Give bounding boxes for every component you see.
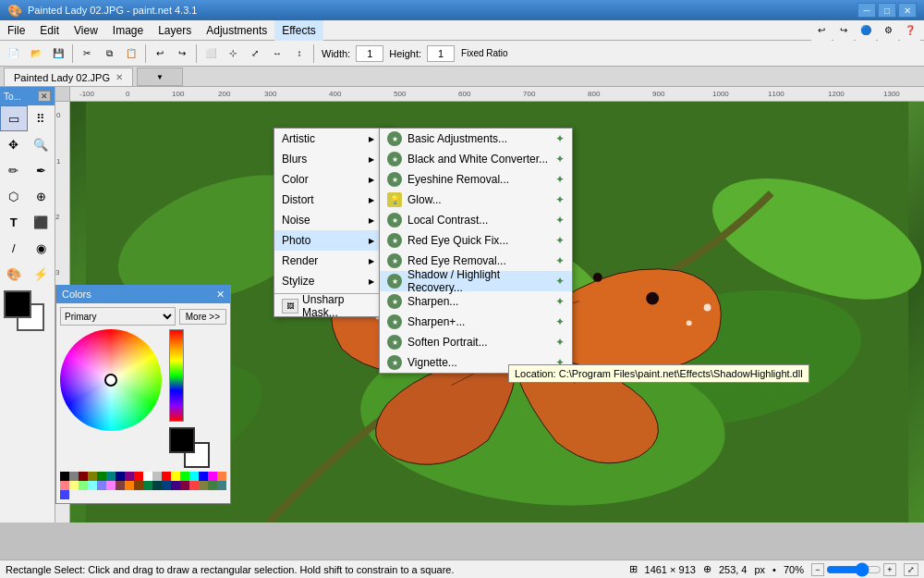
palette-color-swatch[interactable] [97,481,106,490]
maximize-button[interactable]: □ [878,3,896,18]
menu-effects[interactable]: Effects [274,20,322,41]
close-button[interactable]: ✕ [898,3,917,18]
palette-color-swatch[interactable] [143,472,152,481]
tool-line[interactable]: / [0,235,28,261]
palette-color-swatch[interactable] [180,481,189,490]
palette-color-swatch[interactable] [217,472,226,481]
fg-color-chip[interactable] [169,427,195,453]
palette-color-swatch[interactable] [106,472,116,481]
palette-color-swatch[interactable] [116,472,125,481]
tool-move[interactable]: ✥ [0,131,28,157]
palette-color-swatch[interactable] [134,481,143,490]
zoom-out-button[interactable]: − [811,563,824,576]
colors-close-button[interactable]: ✕ [216,289,225,301]
tool-brush[interactable]: ✒ [28,157,55,183]
redo-button[interactable]: ↪ [172,43,192,64]
submenu-bw-converter[interactable]: ★ Black and White Converter... ✦ [380,149,572,169]
tool-shapes[interactable]: ⬛ [28,209,55,235]
submenu-sharpen-plus[interactable]: ★ Sharpen+... ✦ [380,312,572,332]
menu-blurs[interactable]: Blurs ▶ [274,149,393,169]
colors-panel-header[interactable]: Colors ✕ [56,285,230,303]
palette-color-swatch[interactable] [217,481,226,490]
hue-slider[interactable] [169,329,184,422]
palette-color-swatch[interactable] [125,481,134,490]
menu-stylize[interactable]: Stylize ▶ [274,271,393,291]
palette-color-swatch[interactable] [199,472,208,481]
menu-unsharp-mask[interactable]: 🖼 Unsharp Mask... [274,296,393,316]
palette-color-swatch[interactable] [162,481,171,490]
tool-zoom[interactable]: 🔍 [28,131,55,157]
tab-painted-lady[interactable]: Painted Lady 02.JPG ✕ [4,68,133,86]
height-input[interactable] [427,45,455,62]
menu-color[interactable]: Color ▶ [274,169,393,190]
crop-button[interactable]: ⊹ [223,43,243,64]
menu-layers[interactable]: Layers [151,20,199,41]
flip-v-button[interactable]: ↕ [289,43,310,64]
palette-color-swatch[interactable] [189,472,199,481]
undo-button[interactable]: ↩ [150,43,170,64]
menu-artistic[interactable]: Artistic ▶ [274,129,393,149]
palette-color-swatch[interactable] [199,481,208,490]
toolbar-icon-1[interactable]: ↩ [811,20,832,41]
palette-color-swatch[interactable] [162,472,171,481]
palette-color-swatch[interactable] [180,472,189,481]
copy-button[interactable]: ⧉ [99,43,119,64]
submenu-soften-portrait[interactable]: ★ Soften Portrait... ✦ [380,332,572,352]
palette-color-swatch[interactable] [152,472,162,481]
palette-color-swatch[interactable] [116,481,125,490]
menu-file[interactable]: File [0,20,32,41]
tool-text[interactable]: T [0,209,28,235]
toolbar-icon-3[interactable]: 🔵 [856,20,876,41]
menu-distort[interactable]: Distort ▶ [274,190,393,210]
palette-color-swatch[interactable] [171,481,180,490]
color-type-dropdown[interactable]: Primary Secondary [60,307,176,326]
palette-color-swatch[interactable] [60,490,69,499]
palette-color-swatch[interactable] [171,472,180,481]
submenu-shadow-highlight[interactable]: ★ Shadow / Highlight Recovery... ✦ [380,271,572,291]
tool-recolor[interactable]: 🎨 [0,261,28,287]
palette-color-swatch[interactable] [69,472,79,481]
menu-photo[interactable]: Photo ▶ [274,230,393,251]
color-wheel[interactable] [60,329,162,431]
palette-color-swatch[interactable] [88,472,97,481]
palette-color-swatch[interactable] [79,472,88,481]
palette-color-swatch[interactable] [60,472,69,481]
submenu-glow[interactable]: 💡 Glow... ✦ [380,190,572,210]
submenu-sharpen[interactable]: ★ Sharpen... ✦ [380,291,572,312]
palette-color-swatch[interactable] [143,481,152,490]
menu-image[interactable]: Image [105,20,151,41]
tool-clone[interactable]: ◉ [28,235,55,261]
tool-pencil[interactable]: ✏ [0,157,28,183]
zoom-in-button[interactable]: + [883,563,896,576]
menu-render[interactable]: Render ▶ [274,251,393,271]
deselect-button[interactable]: ⬜ [201,43,221,64]
tool-eraser[interactable]: ⬡ [0,183,28,209]
palette-color-swatch[interactable] [69,481,79,490]
open-button[interactable]: 📂 [26,43,46,64]
toolbar-icon-5[interactable]: ❓ [900,20,920,41]
new-button[interactable]: 📄 [4,43,24,64]
palette-color-swatch[interactable] [208,472,217,481]
fit-view-button[interactable]: ⤢ [904,563,918,576]
fg-color-swatch[interactable] [4,290,31,318]
palette-color-swatch[interactable] [60,481,69,490]
cut-button[interactable]: ✂ [77,43,97,64]
fixed-ratio-toggle[interactable]: Fixed Ratio [456,43,513,64]
minimize-button[interactable]: ─ [857,3,876,18]
palette-color-swatch[interactable] [106,481,116,490]
flip-h-button[interactable]: ↔ [267,43,287,64]
palette-color-swatch[interactable] [97,472,106,481]
palette-color-swatch[interactable] [88,481,97,490]
tab-thumbnail[interactable]: ▼ [137,68,183,86]
palette-color-swatch[interactable] [152,481,162,490]
width-input[interactable] [356,45,383,62]
tab-close-button[interactable]: ✕ [116,72,123,82]
palette-color-swatch[interactable] [79,481,88,490]
menu-edit[interactable]: Edit [32,20,67,41]
toolbar-icon-2[interactable]: ↪ [833,20,854,41]
tool-lasso-select[interactable]: ⠿ [28,105,55,131]
menu-adjustments[interactable]: Adjustments [199,20,274,41]
toolbar-icon-4[interactable]: ⚙ [878,20,898,41]
submenu-local-contrast[interactable]: ★ Local Contrast... ✦ [380,210,572,230]
palette-color-swatch[interactable] [134,472,143,481]
